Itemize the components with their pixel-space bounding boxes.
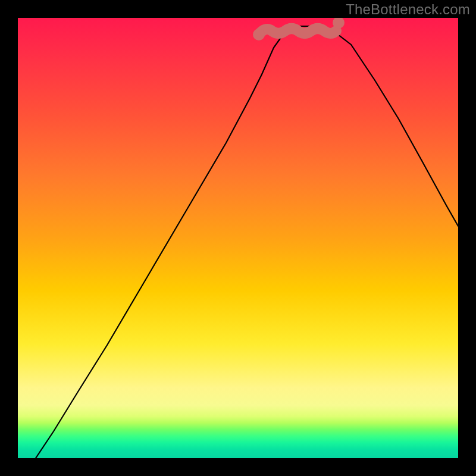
plot-area: [18, 18, 458, 458]
bottleneck-curve: [36, 26, 458, 458]
watermark-text: TheBottleneck.com: [346, 1, 470, 18]
band-end-left: [253, 29, 265, 40]
bottleneck-flat-band: [259, 29, 336, 35]
chart-frame: TheBottleneck.com: [0, 0, 476, 476]
chart-svg: [18, 18, 458, 458]
